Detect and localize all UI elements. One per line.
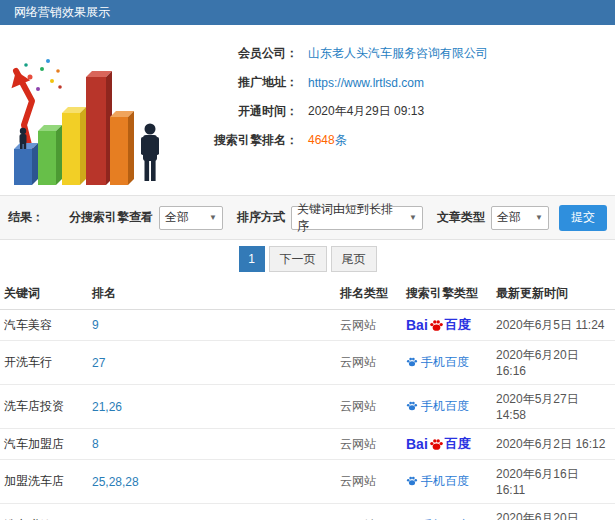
baidu-logo: Bai百度 [406,316,471,334]
updated-cell: 2020年6月5日 11:24 [492,310,615,341]
result-label: 结果： [8,209,44,226]
promo-url-link[interactable]: https://www.lrtlsd.com [308,76,424,90]
updated-cell: 2020年6月20日 16:16 [492,341,615,385]
rank-link[interactable]: 27 [92,356,105,370]
keyword-cell: 洗车赚钱吗 [0,504,88,520]
article-type-select[interactable]: 全部 ▼ [491,206,549,230]
engine-cell: 手机百度 [402,341,492,385]
rank-cell: 9 [88,310,336,341]
marketing-chart-illustration [0,25,178,193]
bar-green [38,125,62,185]
bar-blue [14,143,38,185]
header-rank: 排名 [88,278,336,310]
mobile-baidu-logo: 手机百度 [406,354,469,371]
baidu-logo: Bai百度 [406,435,471,453]
table-row: 汽车加盟店8云网站Bai百度2020年6月2日 16:12 [0,429,615,460]
header-keyword: 关键词 [0,278,88,310]
promo-url-label: 推广地址： [178,74,298,91]
pagination: 1 下一页 尾页 [0,240,615,278]
rank-link[interactable]: 9 [92,318,99,332]
figure-businessman [141,124,159,182]
ranking-count-unit: 条 [335,133,347,147]
chevron-down-icon: ▼ [535,213,543,222]
company-label: 会员公司： [178,45,298,62]
rank-type-cell: 云网站 [336,341,402,385]
mobile-baidu-logo: 手机百度 [406,398,469,415]
keyword-cell: 汽车加盟店 [0,429,88,460]
paw-icon [406,475,418,487]
updated-cell: 2020年6月20日 16:31 [492,504,615,520]
bar-red [86,71,112,185]
table-row: 加盟洗车店25,28,28云网站手机百度2020年6月16日 16:11 [0,460,615,504]
paw-icon [429,437,444,452]
table-row: 洗车赚钱吗30云网站手机百度2020年6月20日 16:31 [0,504,615,520]
rank-type-cell: 云网站 [336,385,402,429]
submit-button[interactable]: 提交 [559,205,607,231]
sort-select[interactable]: 关键词由短到长排序 ▼ [291,206,423,230]
rank-link[interactable]: 8 [92,437,99,451]
updated-cell: 2020年5月27日 14:58 [492,385,615,429]
bar-orange [110,111,134,185]
results-table: 关键词 排名 排名类型 搜索引擎类型 最新更新时间 汽车美容9云网站Bai百度2… [0,278,615,520]
results-table-body: 汽车美容9云网站Bai百度2020年6月5日 11:24开洗车行27云网站手机百… [0,310,615,520]
info-row-company: 会员公司： 山东老人头汽车服务咨询有限公司 [178,39,615,68]
info-row-url: 推广地址： https://www.lrtlsd.com [178,68,615,97]
sort-filter-label: 排序方式 [237,209,285,226]
type-select-value: 全部 [497,209,521,226]
rank-link[interactable]: 25,28,28 [92,475,139,489]
table-header-row: 关键词 排名 排名类型 搜索引擎类型 最新更新时间 [0,278,615,310]
header-rank-type: 排名类型 [336,278,402,310]
table-row: 汽车美容9云网站Bai百度2020年6月5日 11:24 [0,310,615,341]
info-section: 会员公司： 山东老人头汽车服务咨询有限公司 推广地址： https://www.… [0,25,615,195]
bar-yellow [62,107,86,185]
filter-bar: 结果： 分搜索引擎查看 全部 ▼ 排序方式 关键词由短到长排序 ▼ 文章类型 全… [0,195,615,240]
last-page-button[interactable]: 尾页 [331,246,377,272]
paw-icon [406,356,418,368]
info-row-ranking-count: 搜索引擎排名： 4648条 [178,126,615,155]
header-updated: 最新更新时间 [492,278,615,310]
rank-cell: 8 [88,429,336,460]
info-row-open-time: 开通时间： 2020年4月29日 09:13 [178,97,615,126]
member-info-form: 会员公司： 山东老人头汽车服务咨询有限公司 推广地址： https://www.… [178,25,615,195]
company-link[interactable]: 山东老人头汽车服务咨询有限公司 [308,45,488,62]
rank-type-cell: 云网站 [336,460,402,504]
open-time-value: 2020年4月29日 09:13 [308,103,424,120]
keyword-cell: 洗车店投资 [0,385,88,429]
mobile-baidu-logo: 手机百度 [406,473,469,490]
type-filter-label: 文章类型 [437,209,485,226]
keyword-cell: 汽车美容 [0,310,88,341]
page-title: 网络营销效果展示 [14,4,110,21]
table-row: 开洗车行27云网站手机百度2020年6月20日 16:16 [0,341,615,385]
engine-select[interactable]: 全部 ▼ [159,206,223,230]
rank-link[interactable]: 21,26 [92,400,122,414]
engine-select-value: 全部 [165,209,189,226]
bar-chart-graphic [0,25,178,193]
keyword-cell: 加盟洗车店 [0,460,88,504]
updated-cell: 2020年6月2日 16:12 [492,429,615,460]
rank-cell: 30 [88,504,336,520]
open-time-label: 开通时间： [178,103,298,120]
rank-cell: 21,26 [88,385,336,429]
paw-icon [429,318,444,333]
chevron-down-icon: ▼ [209,213,217,222]
header-bar: 网络营销效果展示 [0,0,615,25]
table-row: 洗车店投资21,26云网站手机百度2020年5月27日 14:58 [0,385,615,429]
engine-cell: 手机百度 [402,460,492,504]
ranking-count-label: 搜索引擎排名： [178,132,298,149]
engine-cell: Bai百度 [402,429,492,460]
header-engine-type: 搜索引擎类型 [402,278,492,310]
sort-select-value: 关键词由短到长排序 [297,201,403,235]
next-page-button[interactable]: 下一页 [269,246,327,272]
ranking-count-number: 4648 [308,133,335,147]
keyword-cell: 开洗车行 [0,341,88,385]
filter-controls: 分搜索引擎查看 全部 ▼ 排序方式 关键词由短到长排序 ▼ 文章类型 全部 ▼ … [61,205,607,231]
paw-icon [406,400,418,412]
engine-cell: Bai百度 [402,310,492,341]
engine-cell: 手机百度 [402,385,492,429]
page-number-current[interactable]: 1 [239,246,265,272]
engine-filter-label: 分搜索引擎查看 [69,209,153,226]
chevron-down-icon: ▼ [409,213,417,222]
rank-type-cell: 云网站 [336,310,402,341]
rank-type-cell: 云网站 [336,504,402,520]
rank-cell: 27 [88,341,336,385]
